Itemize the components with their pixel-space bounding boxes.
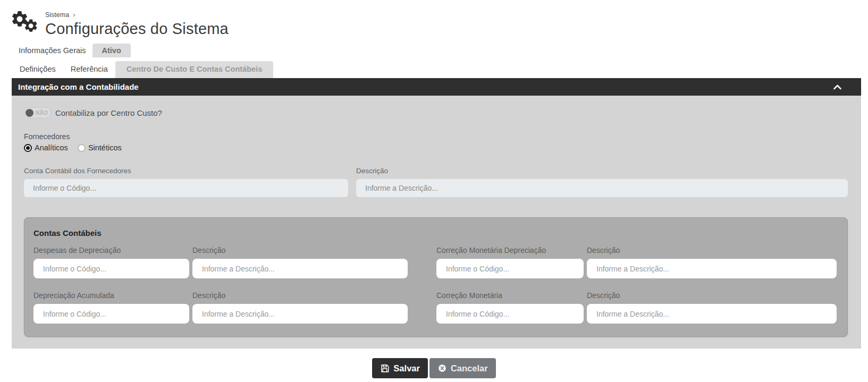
page-title: Configurações do Sistema	[45, 20, 868, 38]
correcao-depreciacao-label: Correção Monetária Depreciação	[436, 246, 584, 254]
depreciacao-acumulada-input[interactable]	[33, 304, 189, 324]
system-settings-page: Sistema › Configurações do Sistema Infor…	[0, 0, 868, 382]
save-button[interactable]: Salvar	[372, 358, 428, 378]
despesas-depreciacao-field: Despesas de Depreciação	[33, 246, 189, 278]
tab-centro-de-custo-e-contas-contabeis[interactable]: Centro De Custo E Contas Contábeis	[115, 61, 273, 78]
chevron-right-icon: ›	[73, 11, 75, 19]
section-header-integracao[interactable]: Integração com a Contabilidade	[12, 78, 861, 96]
save-button-label: Salvar	[393, 363, 420, 373]
contabiliza-toggle-label: Contabiliza por Centro Custo?	[55, 108, 162, 117]
toggle-knob	[26, 109, 33, 117]
tab-referencia[interactable]: Referência	[63, 61, 115, 78]
supplier-account-fields: Conta Contábil dos Fornecedores Descriçã…	[24, 167, 848, 197]
section-body: NÃO Contabiliza por Centro Custo? Fornec…	[12, 96, 861, 349]
correcao-depreciacao-field: Correção Monetária Depreciação	[436, 246, 584, 278]
tab-informacoes-gerais[interactable]: Informações Gerais	[12, 44, 92, 57]
depreciacao-acumulada-descricao-field: Descrição	[192, 291, 408, 324]
correcao-monetaria-descricao-input[interactable]	[587, 304, 837, 324]
cancel-icon	[437, 363, 447, 373]
tab-ativo[interactable]: Ativo	[92, 44, 131, 57]
correcao-monetaria-descricao-label: Descrição	[587, 291, 837, 300]
correcao-depreciacao-descricao-field: Descrição	[587, 246, 837, 278]
conta-contabil-field: Conta Contábil dos Fornecedores	[24, 167, 348, 197]
integracao-contabilidade-card: Integração com a Contabilidade NÃO Conta…	[12, 78, 861, 349]
tab-definicoes[interactable]: Definições	[12, 61, 63, 78]
despesas-depreciacao-label: Despesas de Depreciação	[33, 246, 189, 254]
chevron-up-icon[interactable]	[833, 84, 842, 90]
despesas-depreciacao-input[interactable]	[33, 259, 189, 278]
despesas-descricao-field: Descrição	[192, 246, 408, 278]
breadcrumb-item-sistema[interactable]: Sistema	[45, 11, 69, 19]
contabiliza-toggle[interactable]: NÃO	[24, 107, 51, 118]
descricao-label: Descrição	[356, 167, 848, 175]
secondary-tabs: Definições Referência Centro De Custo E …	[12, 61, 868, 78]
depreciacao-acumulada-field: Depreciação Acumulada	[33, 291, 189, 324]
toggle-value: NÃO	[36, 110, 48, 116]
depreciacao-acumulada-descricao-input[interactable]	[192, 304, 408, 324]
correcao-monetaria-label: Correção Monetária	[436, 291, 584, 300]
correcao-depreciacao-input[interactable]	[436, 259, 584, 278]
conta-contabil-label: Conta Contábil dos Fornecedores	[24, 167, 348, 175]
depreciacao-acumulada-label: Depreciação Acumulada	[33, 291, 189, 300]
page-header: Sistema › Configurações do Sistema	[0, 0, 868, 38]
fornecedores-radio-group: Analíticos Sintéticos	[24, 143, 848, 152]
fornecedores-group-label: Fornecedores	[24, 132, 848, 141]
form-actions: Salvar Cancelar	[0, 358, 868, 378]
radio-analiticos[interactable]: Analíticos	[24, 143, 68, 152]
primary-tabs: Informações Gerais Ativo	[12, 44, 868, 57]
section-title: Integração com a Contabilidade	[18, 82, 139, 91]
descricao-field: Descrição	[356, 167, 848, 197]
depreciacao-acumulada-descricao-label: Descrição	[192, 291, 408, 300]
settings-gears-icon	[9, 9, 40, 37]
correcao-monetaria-input[interactable]	[436, 304, 584, 324]
radio-button-icon[interactable]	[78, 144, 86, 152]
contas-contabeis-title: Contas Contábeis	[33, 228, 837, 237]
correcao-depreciacao-descricao-label: Descrição	[587, 246, 837, 254]
radio-analiticos-label: Analíticos	[35, 143, 68, 152]
contabiliza-toggle-row: NÃO Contabiliza por Centro Custo?	[24, 107, 848, 118]
correcao-monetaria-field: Correção Monetária	[436, 291, 584, 324]
correcao-monetaria-descricao-field: Descrição	[587, 291, 837, 324]
radio-sinteticos[interactable]: Sintéticos	[78, 143, 122, 152]
despesas-descricao-label: Descrição	[192, 246, 408, 254]
cancel-button[interactable]: Cancelar	[429, 358, 496, 378]
save-icon	[380, 363, 390, 373]
correcao-depreciacao-descricao-input[interactable]	[587, 259, 837, 278]
breadcrumb: Sistema ›	[45, 11, 868, 19]
contas-row-1: Despesas de Depreciação Descrição Correç…	[33, 246, 837, 278]
despesas-descricao-input[interactable]	[192, 259, 408, 278]
radio-button-icon[interactable]	[24, 144, 32, 152]
contas-row-2: Depreciação Acumulada Descrição Correção…	[33, 291, 837, 324]
descricao-input[interactable]	[356, 179, 848, 197]
radio-sinteticos-label: Sintéticos	[88, 143, 122, 152]
conta-contabil-input[interactable]	[24, 179, 348, 197]
cancel-button-label: Cancelar	[451, 363, 488, 373]
contas-contabeis-panel: Contas Contábeis Despesas de Depreciação…	[24, 217, 848, 337]
